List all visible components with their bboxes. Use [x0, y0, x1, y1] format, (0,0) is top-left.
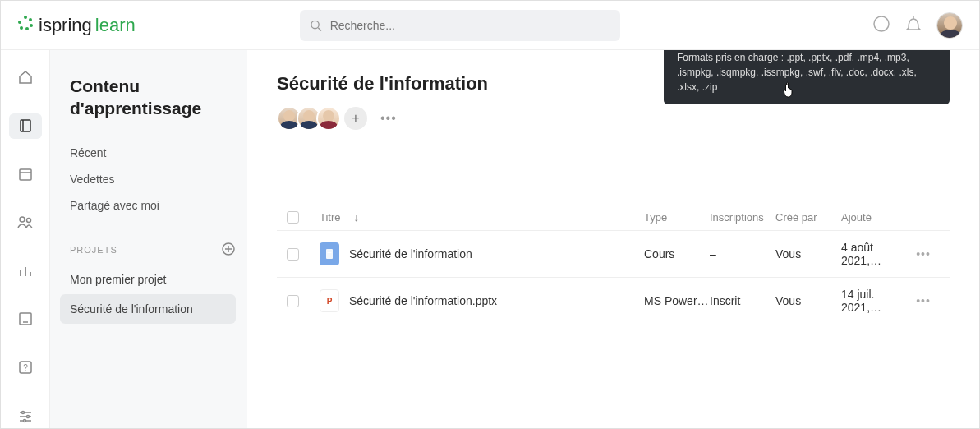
- col-title[interactable]: Titre: [320, 211, 341, 224]
- brand-logo[interactable]: ispring learn: [17, 15, 136, 36]
- col-enroll[interactable]: Inscriptions: [710, 211, 775, 224]
- rail-learning[interactable]: [9, 113, 42, 139]
- powerpoint-icon: P: [320, 289, 339, 312]
- svg-rect-19: [20, 313, 31, 325]
- add-project-button[interactable]: [221, 242, 236, 258]
- user-avatar[interactable]: [936, 12, 963, 39]
- row-creator: Vous: [775, 247, 841, 261]
- col-type[interactable]: Type: [644, 211, 710, 224]
- svg-line-7: [318, 27, 321, 30]
- svg-point-26: [26, 415, 29, 417]
- sidebar-project-0[interactable]: Mon premier projet: [60, 265, 236, 294]
- brand-suffix: learn: [95, 15, 136, 36]
- svg-point-6: [311, 21, 319, 28]
- svg-point-8: [874, 16, 889, 31]
- search-input[interactable]: [330, 19, 610, 32]
- svg-text:?: ?: [23, 363, 28, 372]
- svg-rect-37: [328, 251, 332, 251]
- select-all-checkbox[interactable]: [287, 211, 299, 224]
- content-table: Titre ↓ Type Inscriptions Créé par Ajout…: [277, 205, 950, 324]
- rail-home[interactable]: [9, 65, 42, 90]
- rail-reports[interactable]: [9, 258, 42, 284]
- row-added: 14 juil. 2021,…: [841, 288, 907, 314]
- collaborator-avatar[interactable]: [316, 106, 341, 131]
- sidebar-project-1[interactable]: Sécurité de l'information: [60, 294, 236, 324]
- svg-rect-38: [328, 252, 332, 253]
- col-creator[interactable]: Créé par: [775, 211, 841, 224]
- sidebar-featured[interactable]: Vedettes: [70, 166, 236, 192]
- brand-name: ispring: [39, 15, 92, 36]
- svg-point-2: [30, 24, 33, 27]
- svg-point-15: [26, 218, 30, 222]
- svg-point-28: [23, 419, 25, 422]
- sort-arrow-icon: ↓: [354, 211, 360, 224]
- course-icon: [320, 242, 339, 265]
- nav-rail: ?: [1, 50, 50, 428]
- row-type: MS Power…: [644, 294, 710, 307]
- upload-tooltip: Formats pris en charge : .ppt, .pptx, .p…: [664, 50, 950, 104]
- table-row[interactable]: Sécurité de l'information Cours – Vous 4…: [277, 230, 950, 277]
- search-icon: [310, 19, 322, 32]
- page-title: Sécurité de l'information: [277, 73, 488, 95]
- rail-settings[interactable]: [9, 403, 42, 428]
- row-more-icon[interactable]: •••: [907, 247, 940, 261]
- row-more-icon[interactable]: •••: [907, 294, 940, 307]
- svg-rect-12: [20, 169, 31, 180]
- svg-point-0: [24, 16, 27, 19]
- row-name: Sécurité de l'information: [349, 247, 472, 261]
- row-name: Sécurité de l'information.pptx: [349, 294, 497, 307]
- brand-icon: [17, 15, 34, 35]
- row-creator: Vous: [775, 294, 841, 307]
- search-input-wrap[interactable]: [300, 10, 620, 41]
- svg-point-14: [20, 217, 25, 222]
- row-enroll: –: [710, 247, 775, 261]
- row-added: 4 août 2021,…: [841, 241, 907, 267]
- sidebar-title: Contenu d'apprentissage: [70, 75, 236, 120]
- more-options-icon[interactable]: •••: [380, 111, 397, 126]
- row-checkbox[interactable]: [287, 248, 299, 261]
- row-type: Cours: [644, 247, 710, 261]
- svg-point-24: [21, 411, 24, 413]
- rail-help[interactable]: ?: [9, 355, 42, 381]
- col-added[interactable]: Ajouté: [841, 211, 907, 224]
- row-enroll: Inscrit: [710, 294, 775, 307]
- svg-rect-10: [21, 120, 30, 131]
- rail-archive[interactable]: [9, 307, 42, 332]
- sidebar: Contenu d'apprentissage Récent Vedettes …: [50, 50, 247, 428]
- rail-people[interactable]: [9, 210, 42, 235]
- add-collaborator-button[interactable]: +: [344, 107, 367, 130]
- svg-point-4: [20, 26, 23, 30]
- bell-icon[interactable]: [905, 15, 922, 36]
- row-checkbox[interactable]: [287, 295, 299, 307]
- svg-point-5: [18, 21, 21, 24]
- sidebar-shared[interactable]: Partagé avec moi: [70, 192, 236, 219]
- sidebar-projects-label: PROJETS: [70, 245, 117, 255]
- chat-icon[interactable]: [872, 15, 890, 36]
- svg-rect-36: [326, 249, 333, 259]
- svg-point-1: [29, 18, 32, 21]
- rail-calendar[interactable]: [9, 162, 42, 187]
- table-row[interactable]: P Sécurité de l'information.pptx MS Powe…: [277, 277, 950, 324]
- svg-point-3: [25, 27, 29, 30]
- sidebar-recent[interactable]: Récent: [70, 140, 236, 166]
